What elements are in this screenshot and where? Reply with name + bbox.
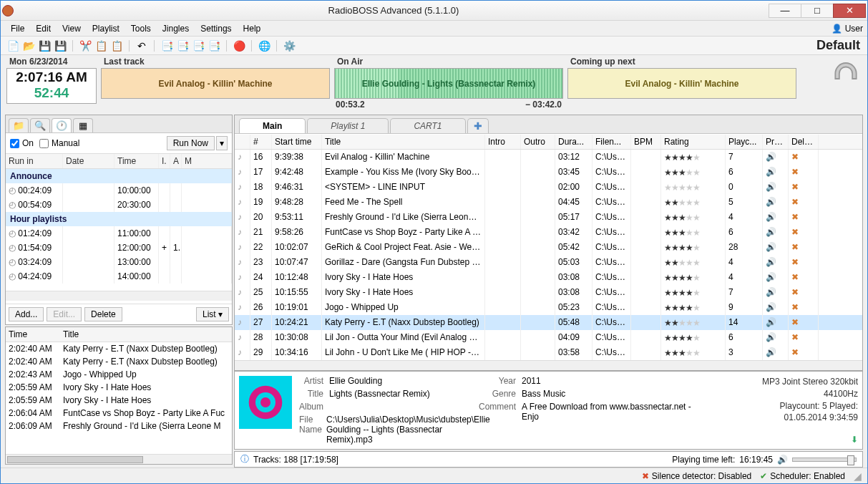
rating-stars[interactable]: ★★★★★ [661, 240, 726, 255]
playlist-row[interactable]: ♪2510:15:55Ivory Sky - I Hate Hoes03:08C… [235, 285, 862, 300]
rating-stars[interactable]: ★★★★★ [661, 315, 726, 330]
queue-row[interactable]: 2:05:59 AMIvory Sky - I Hate Hoes [6, 394, 232, 407]
delete-icon[interactable]: ✖ [789, 225, 819, 240]
col-del[interactable]: Delete [789, 135, 819, 149]
tab-folder-icon[interactable]: 📁 [9, 118, 29, 132]
menu-settings[interactable]: Settings [195, 22, 237, 35]
playlist-row[interactable]: ♪2810:30:08Lil Jon - Outta Your Mind (Ev… [235, 330, 862, 345]
menu-playlist[interactable]: Playlist [87, 22, 125, 35]
sched-row[interactable]: ◴ 00:54:0920:30:00 [6, 198, 232, 212]
sched-row[interactable]: ◴ 00:24:0910:00:00 [6, 183, 232, 198]
col-time[interactable]: Time [114, 154, 159, 168]
col-title[interactable]: Title [322, 135, 485, 149]
rating-stars[interactable]: ★★★★★ [661, 285, 726, 300]
menu-jingles[interactable]: Jingles [157, 22, 195, 35]
sched-scrollbar-x[interactable] [6, 291, 232, 301]
playlist-row[interactable]: ♪189:46:31<SYSTEM> - LINE INPUT02:00C:\U… [235, 180, 862, 195]
delete-button[interactable]: Delete [84, 307, 122, 321]
delete-icon[interactable]: ✖ [789, 180, 819, 195]
tab-grid-icon[interactable]: ▦ [73, 118, 93, 132]
prelisten-icon[interactable]: 🔊 [763, 330, 789, 345]
delete-icon[interactable]: ✖ [789, 345, 819, 360]
undo-icon[interactable]: ↶ [135, 39, 148, 52]
queue-row[interactable]: 2:06:09 AMFreshly Ground - I'd Like (Sie… [6, 420, 232, 432]
section-hourplaylists[interactable]: Hour playlists [6, 212, 232, 226]
rating-stars[interactable]: ★★★★★ [661, 270, 726, 285]
col-outro[interactable]: Outro [521, 135, 555, 149]
cut-icon[interactable]: ✂️ [79, 39, 92, 52]
menu-edit[interactable]: Edit [30, 22, 57, 35]
delete-icon[interactable]: ✖ [789, 210, 819, 225]
rating-stars[interactable]: ★★★★★ [661, 255, 726, 270]
tool1-icon[interactable]: 📑 [160, 39, 173, 52]
open-icon[interactable]: 📂 [22, 39, 35, 52]
col-pc[interactable]: Playc... [726, 135, 763, 149]
delete-icon[interactable]: ✖ [789, 195, 819, 210]
tool3-icon[interactable]: 📑 [192, 39, 205, 52]
prelisten-icon[interactable]: 🔊 [763, 180, 789, 195]
sched-row[interactable]: ◴ 01:54:0912:00:00+1. [6, 241, 232, 255]
add-button[interactable]: Add... [9, 307, 44, 321]
silence-status[interactable]: ✖Silence detector: Disabled [642, 471, 751, 481]
download-icon[interactable]: ⬇ [851, 435, 858, 445]
rating-stars[interactable]: ★★★★★ [661, 150, 726, 165]
user-menu[interactable]: 👤 User [832, 24, 863, 34]
sched-row[interactable]: ◴ 04:24:0914:00:00 [6, 269, 232, 284]
delete-icon[interactable]: ✖ [789, 285, 819, 300]
scheduler-body[interactable]: Announce ◴ 00:24:0910:00:00 ◴ 00:54:0920… [6, 169, 232, 291]
delete-icon[interactable]: ✖ [789, 255, 819, 270]
queue-row[interactable]: 2:05:59 AMIvory Sky - I Hate Hoes [6, 381, 232, 394]
save-icon[interactable]: 💾 [38, 39, 51, 52]
prelisten-icon[interactable]: 🔊 [763, 315, 789, 330]
playlist-row[interactable]: ♪199:48:28Feed Me - The Spell04:45C:\Use… [235, 195, 862, 210]
queue-row[interactable]: 2:02:43 AMJogo - Whipped Up [6, 368, 232, 381]
prelisten-icon[interactable]: 🔊 [763, 165, 789, 180]
tab-main[interactable]: Main [239, 118, 306, 133]
rating-stars[interactable]: ★★★★★ [661, 165, 726, 180]
tab-clock-icon[interactable]: 🕐 [52, 118, 72, 132]
minimize-button[interactable]: — [769, 4, 801, 18]
prelisten-icon[interactable]: 🔊 [763, 150, 789, 165]
section-announce[interactable]: Announce [6, 169, 232, 183]
sched-row[interactable]: ◴ 01:24:0911:00:00 [6, 226, 232, 241]
col-i[interactable]: I. [159, 154, 170, 168]
col-m[interactable]: M [182, 154, 232, 168]
gear-icon[interactable]: ⚙️ [283, 39, 296, 52]
edit-button[interactable]: Edit... [47, 307, 82, 321]
tab-cart1[interactable]: CART1 [390, 118, 465, 133]
sched-row[interactable]: ◴ 03:24:0913:00:00 [6, 255, 232, 269]
playlist-row[interactable]: ♪2310:07:47Gorillaz - Dare (Gangsta Fun … [235, 255, 862, 270]
col-bpm[interactable]: BPM [631, 135, 661, 149]
col-date[interactable]: Date [63, 154, 114, 168]
prelisten-icon[interactable]: 🔊 [763, 225, 789, 240]
prelisten-icon[interactable]: 🔊 [763, 210, 789, 225]
on-checkbox[interactable]: On [10, 138, 34, 148]
prelisten-icon[interactable]: 🔊 [763, 345, 789, 360]
prelisten-icon[interactable]: 🔊 [763, 285, 789, 300]
col-a[interactable]: A [170, 154, 182, 168]
playlist-row[interactable]: ♪209:53:11Freshly Ground - I'd Like (Sie… [235, 210, 862, 225]
col-runin[interactable]: Run in [6, 154, 63, 168]
maximize-button[interactable]: □ [801, 4, 834, 18]
playlist-row[interactable]: ♪169:39:38Evil Analog - Killin' Machine0… [235, 150, 862, 165]
next-track[interactable]: Evil Analog - Killin' Machine [567, 68, 796, 99]
paste-icon[interactable]: 📋 [110, 39, 123, 52]
delete-icon[interactable]: ✖ [789, 240, 819, 255]
tool4-icon[interactable]: 📑 [208, 39, 220, 52]
rating-stars[interactable]: ★★★★★ [661, 210, 726, 225]
tab-search-icon[interactable]: 🔍 [30, 118, 50, 132]
rating-stars[interactable]: ★★★★★ [661, 225, 726, 240]
record-icon[interactable]: 🔴 [233, 39, 245, 52]
prelisten-icon[interactable]: 🔊 [763, 240, 789, 255]
list-button[interactable]: List ▾ [196, 307, 229, 321]
queue-row[interactable]: 2:02:40 AMKaty Perry - E.T (Naxx Dubstep… [6, 342, 232, 355]
menu-help[interactable]: Help [238, 22, 267, 35]
col-intro[interactable]: Intro [485, 135, 521, 149]
col-dur[interactable]: Dura... [555, 135, 593, 149]
menu-view[interactable]: View [57, 22, 87, 35]
playlist-scrollbar-x[interactable] [235, 360, 862, 370]
rating-stars[interactable]: ★★★★★ [661, 180, 726, 195]
delete-icon[interactable]: ✖ [789, 270, 819, 285]
qcol-time[interactable]: Time [6, 327, 60, 342]
tab-playlist1[interactable]: Playlist 1 [307, 118, 389, 133]
